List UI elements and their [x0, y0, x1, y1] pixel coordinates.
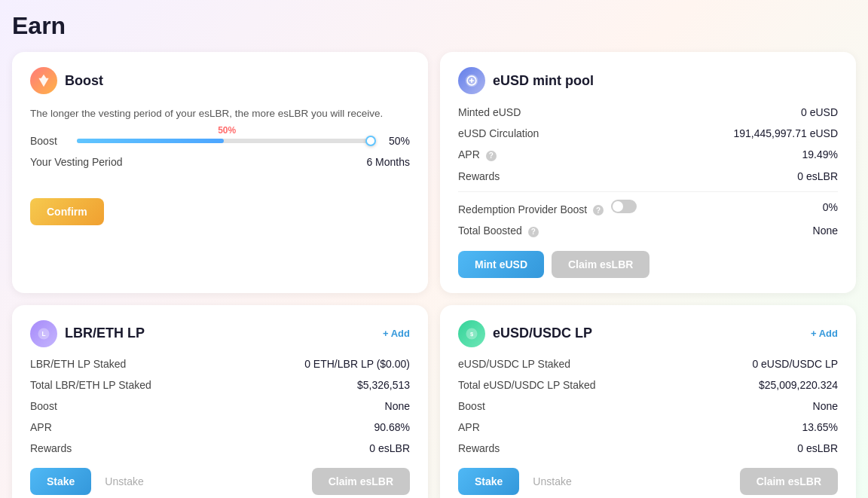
divider-1 [458, 191, 838, 192]
vesting-value: 6 Months [366, 156, 410, 168]
eusdusdc-total-staked-value: $25,009,220.324 [759, 379, 838, 391]
vesting-label: Your Vesting Period [30, 156, 122, 168]
lbr-boost-row: Boost None [30, 400, 410, 412]
eusd-card-header: eUSD mint pool [458, 67, 838, 94]
lbr-staked-row: LBR/ETH LP Staked 0 ETH/LBR LP ($0.00) [30, 358, 410, 370]
boost-icon [30, 67, 57, 94]
lbr-rewards-value: 0 esLBR [369, 442, 410, 454]
page-title: Earn [12, 12, 856, 40]
lbr-unstake-button[interactable]: Unstake [99, 468, 149, 495]
eusd-card-title: eUSD mint pool [493, 73, 594, 89]
eusd-usdc-card: $ eUSD/USDC LP + Add eUSD/USDC LP Staked… [440, 305, 856, 499]
rewards-label: Rewards [458, 170, 500, 182]
boost-slider-container: 50% [77, 139, 371, 143]
apr-info-icon[interactable]: ? [486, 151, 497, 161]
lbr-eth-add-link[interactable]: + Add [383, 328, 410, 339]
eusdusdc-apr-row: APR 13.65% [458, 421, 838, 433]
lbr-eth-actions: Stake Unstake Claim esLBR [30, 468, 410, 495]
lbr-eth-header-left: L LBR/ETH LP [30, 320, 145, 347]
eusdusdc-staked-value: 0 eUSD/USDC LP [752, 358, 838, 370]
eusdusdc-apr-label: APR [458, 421, 480, 433]
boost-description: The longer the vesting period of your es… [30, 106, 410, 121]
circulation-row: eUSD Circulation 191,445,997.71 eUSD [458, 127, 838, 139]
eusd-mint-card: eUSD mint pool Minted eUSD 0 eUSD eUSD C… [440, 52, 856, 293]
toggle-slider [611, 200, 637, 213]
lbr-apr-label: APR [30, 421, 52, 433]
rewards-value: 0 esLBR [797, 170, 838, 182]
lbr-rewards-row: Rewards 0 esLBR [30, 442, 410, 454]
eusd-card-actions: Mint eUSD Claim esLBR [458, 251, 838, 278]
minted-value: 0 eUSD [801, 106, 838, 118]
eusdusdc-boost-value: None [813, 400, 838, 412]
lbr-staked-value: 0 ETH/LBR LP ($0.00) [304, 358, 410, 370]
lbr-claim-button[interactable]: Claim esLBR [312, 468, 410, 495]
redemption-label: Redemption Provider Boost ? [458, 200, 637, 216]
boost-pct-label: 50% [218, 125, 236, 136]
vesting-row: Your Vesting Period 6 Months [30, 156, 410, 168]
boost-slider-row: Boost 50% 50% [30, 135, 410, 147]
eusd-usdc-header-left: $ eUSD/USDC LP [458, 320, 592, 347]
lbr-staked-label: LBR/ETH LP Staked [30, 358, 126, 370]
redemption-value: 0% [823, 201, 838, 213]
boost-slider-thumb[interactable] [365, 136, 376, 146]
eusdusdc-total-staked-row: Total eUSD/USDC LP Staked $25,009,220.32… [458, 379, 838, 391]
boost-value: 50% [380, 135, 410, 147]
eusd-usdc-header-row: $ eUSD/USDC LP + Add [458, 320, 838, 347]
total-boosted-row: Total Boosted ? None [458, 225, 838, 237]
claim-eslbr-button-eusd[interactable]: Claim esLBR [552, 251, 649, 278]
lbr-rewards-label: Rewards [30, 442, 72, 454]
eusd-usdc-add-link[interactable]: + Add [811, 328, 838, 339]
minted-row: Minted eUSD 0 eUSD [458, 106, 838, 118]
redemption-toggle[interactable] [611, 200, 637, 213]
redemption-row: Redemption Provider Boost ? 0% [458, 200, 838, 216]
confirm-button[interactable]: Confirm [30, 198, 104, 225]
lbr-total-staked-value: $5,326,513 [357, 379, 410, 391]
lbr-apr-value: 90.68% [374, 421, 410, 433]
lbr-total-staked-label: Total LBR/ETH LP Staked [30, 379, 151, 391]
eusd-usdc-icon: $ [458, 320, 485, 347]
eusdusdc-stake-button[interactable]: Stake [458, 468, 519, 495]
eusd-usdc-actions: Stake Unstake Claim esLBR [458, 468, 838, 495]
main-grid: Boost The longer the vesting period of y… [12, 52, 856, 498]
total-boosted-label: Total Boosted ? [458, 225, 539, 237]
eusd-icon [458, 67, 485, 94]
boost-actions: Confirm [30, 198, 410, 225]
total-boosted-value: None [813, 225, 838, 237]
lbr-total-staked-row: Total LBR/ETH LP Staked $5,326,513 [30, 379, 410, 391]
boost-card: Boost The longer the vesting period of y… [12, 52, 428, 293]
lbr-stake-button[interactable]: Stake [30, 468, 91, 495]
apr-value: 19.49% [802, 148, 838, 160]
redemption-info-icon[interactable]: ? [593, 205, 604, 215]
eusdusdc-total-staked-label: Total eUSD/USDC LP Staked [458, 379, 596, 391]
boost-label: Boost [30, 135, 68, 147]
eusdusdc-staked-label: eUSD/USDC LP Staked [458, 358, 570, 370]
lbr-boost-value: None [385, 400, 410, 412]
eusdusdc-boost-label: Boost [458, 400, 485, 412]
apr-label: APR ? [458, 148, 497, 161]
boost-card-header: Boost [30, 67, 410, 94]
eusdusdc-rewards-row: Rewards 0 esLBR [458, 442, 838, 454]
eusdusdc-unstake-button[interactable]: Unstake [527, 468, 577, 495]
boost-card-title: Boost [65, 73, 103, 89]
rewards-row: Rewards 0 esLBR [458, 170, 838, 182]
mint-eusd-button[interactable]: Mint eUSD [458, 251, 544, 278]
boost-slider-track: 50% [77, 139, 371, 143]
circulation-value: 191,445,997.71 eUSD [733, 127, 838, 139]
eusdusdc-boost-row: Boost None [458, 400, 838, 412]
eusdusdc-apr-value: 13.65% [802, 421, 838, 433]
eusdusdc-staked-row: eUSD/USDC LP Staked 0 eUSD/USDC LP [458, 358, 838, 370]
minted-label: Minted eUSD [458, 106, 521, 118]
boost-slider-fill [77, 139, 224, 143]
lbr-apr-row: APR 90.68% [30, 421, 410, 433]
lbr-eth-title: LBR/ETH LP [65, 325, 145, 341]
eusd-usdc-title: eUSD/USDC LP [493, 325, 592, 341]
circulation-label: eUSD Circulation [458, 127, 539, 139]
svg-text:L: L [41, 330, 45, 338]
lbr-eth-card: L LBR/ETH LP + Add LBR/ETH LP Staked 0 E… [12, 305, 428, 499]
apr-row: APR ? 19.49% [458, 148, 838, 161]
eusdusdc-claim-button[interactable]: Claim esLBR [740, 468, 838, 495]
lbr-boost-label: Boost [30, 400, 57, 412]
lbr-eth-header-row: L LBR/ETH LP + Add [30, 320, 410, 347]
total-boosted-info-icon[interactable]: ? [528, 227, 539, 237]
lbr-eth-icon: L [30, 320, 57, 347]
